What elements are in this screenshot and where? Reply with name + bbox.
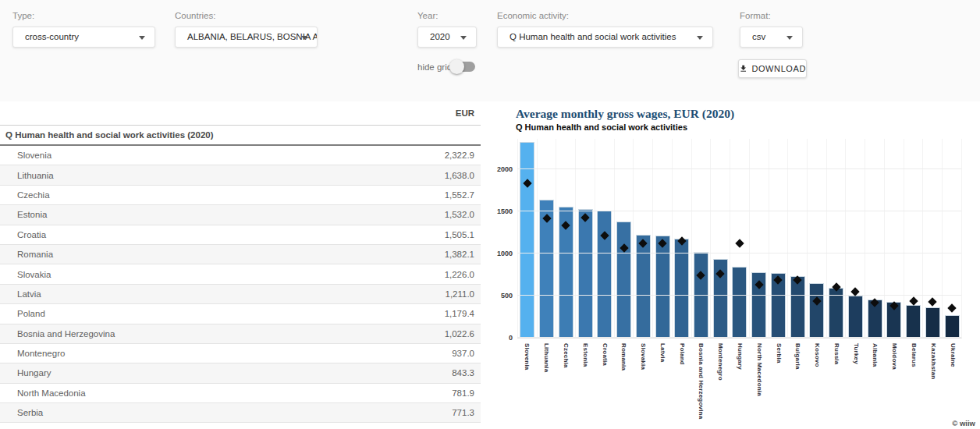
x-axis-label: North Macedonia: [756, 343, 762, 396]
row-country: Bosnia and Herzegovina: [0, 329, 445, 339]
row-country: Romania: [0, 250, 445, 259]
chart-bar-bulgaria[interactable]: [790, 276, 805, 338]
x-axis-label-slot: Estonia: [575, 340, 595, 426]
row-value: 1,226.0: [445, 270, 481, 279]
x-axis-label: Croatia: [602, 343, 608, 366]
x-axis-label-slot: Kazakhstan: [923, 340, 943, 426]
x-axis-label-slot: Romania: [614, 340, 634, 426]
x-axis-label: Ukraine: [950, 343, 956, 367]
chart-bar-estonia[interactable]: [578, 209, 593, 339]
marker-diamond-hungary[interactable]: [735, 239, 744, 247]
y-axis-tick-label: 0: [488, 334, 513, 342]
credit-text: © wiiw: [952, 419, 975, 427]
row-value: 1,505.1: [445, 230, 481, 239]
x-axis-label-slot: Albania: [865, 340, 885, 426]
table-row: North Macedonia781.9: [0, 384, 481, 403]
chevron-down-icon: [697, 36, 703, 40]
wages-table: EUR Q Human health and social work activ…: [0, 101, 481, 429]
chart-bar-slovakia[interactable]: [636, 235, 651, 338]
x-axis-label: Kazakhstan: [930, 343, 936, 379]
x-axis-label: Latvia: [659, 343, 666, 362]
x-axis-label-slot: Hungary: [730, 340, 750, 426]
year-select[interactable]: 2020: [417, 27, 477, 48]
y-axis-tick-label: 2000: [488, 165, 513, 173]
table-row: Romania1,382.1: [0, 245, 481, 264]
type-select[interactable]: cross-country: [12, 27, 155, 48]
marker-diamond-kazakhstan[interactable]: [929, 297, 937, 306]
x-axis-label-slot: North Macedonia: [749, 340, 769, 426]
y-axis-tick-label: 500: [488, 292, 513, 300]
countries-select[interactable]: ALBANIA, BELARUS, BOSNIA AND: [175, 27, 318, 48]
table-row: Serbia771.3: [0, 403, 481, 423]
toolbar: Type: cross-country Countries: ALBANIA, …: [0, 0, 980, 101]
table-row: Slovenia2,322.9: [0, 146, 481, 165]
x-axis-label: Serbia: [776, 343, 782, 363]
x-axis-label-slot: Slovenia: [517, 340, 537, 426]
table-rows: Slovenia2,322.9Lithuania1,638.0Czechia1,…: [0, 146, 481, 423]
countries-select-value: ALBANIA, BELARUS, BOSNIA AND: [187, 32, 318, 41]
x-axis-label-slot: Poland: [672, 340, 691, 426]
marker-diamond-belarus[interactable]: [909, 296, 918, 305]
row-country: Hungary: [0, 368, 452, 378]
chart-bar-turkey[interactable]: [848, 296, 863, 338]
chart-bar-latvia[interactable]: [655, 236, 670, 338]
table-row: Latvia1,211.0: [0, 285, 481, 304]
x-axis-label: Czechia: [563, 343, 569, 368]
x-axis-label: Poland: [679, 343, 685, 365]
format-select[interactable]: csv: [740, 27, 803, 48]
x-axis-label: Slovakia: [640, 343, 646, 370]
y-axis-tick-label: 1500: [488, 207, 513, 215]
chevron-down-icon: [301, 36, 307, 40]
gridline-horizontal: [517, 211, 961, 211]
chart-bar-kosovo[interactable]: [809, 283, 824, 338]
marker-diamond-ukraine[interactable]: [947, 303, 956, 312]
x-axis-label: Belarus: [911, 343, 917, 367]
hide-grid-label: hide grid: [417, 62, 452, 72]
chart-bar-slovenia[interactable]: [520, 142, 534, 338]
x-axis-label: Turkey: [853, 343, 859, 364]
chart-title: Average monthly gross wages, EUR (2020): [516, 107, 734, 121]
x-axis-label-slot: Bosnia and Herzegovina: [691, 340, 711, 426]
activity-select[interactable]: Q Human health and social work activitie…: [497, 27, 713, 48]
gridline-horizontal: [517, 253, 961, 254]
download-icon: [739, 64, 747, 73]
chevron-down-icon: [460, 36, 467, 40]
table-row: Hungary843.3: [0, 363, 481, 383]
download-button[interactable]: DOWNLOAD: [738, 59, 807, 78]
format-select-value: csv: [752, 32, 765, 41]
plot-area: 0500100015002000: [517, 139, 962, 339]
year-label: Year:: [417, 11, 438, 20]
x-axis-labels: SloveniaLithuaniaCzechiaEstoniaCroatiaRo…: [517, 340, 962, 426]
chevron-down-icon: [139, 36, 145, 40]
row-country: Montenegro: [0, 349, 452, 358]
row-country: North Macedonia: [0, 388, 452, 398]
row-value: 2,322.9: [445, 151, 481, 160]
activity-label: Economic activity:: [497, 11, 569, 20]
chart-bar-ukraine[interactable]: [945, 315, 960, 338]
x-axis-label-slot: Kosovo: [808, 340, 827, 426]
x-axis-label-slot: Moldova: [885, 340, 904, 426]
x-axis-label: Bulgaria: [794, 343, 801, 370]
y-axis-tick-label: 1000: [488, 250, 513, 257]
table-row: Czechia1,552.7: [0, 186, 481, 205]
chart-bar-hungary[interactable]: [732, 267, 747, 338]
chart-bar-croatia[interactable]: [597, 211, 612, 338]
chart-bar-romania[interactable]: [616, 222, 631, 338]
x-axis-label-slot: Ukraine: [943, 340, 962, 426]
x-axis-label-slot: Latvia: [652, 340, 672, 426]
row-value: 1,022.6: [445, 329, 481, 339]
chart-bar-kazakhstan[interactable]: [925, 307, 940, 338]
type-select-value: cross-country: [25, 32, 79, 41]
x-axis-label-slot: Serbia: [769, 340, 788, 426]
table-row: Montenegro937.0: [0, 344, 481, 363]
format-label: Format:: [740, 11, 771, 20]
hide-grid-toggle[interactable]: [449, 59, 476, 74]
chevron-down-icon: [786, 36, 793, 40]
row-value: 937.0: [452, 349, 481, 358]
table-row: Poland1,179.4: [0, 304, 481, 324]
x-axis-label-slot: Turkey: [846, 340, 865, 426]
row-value: 771.3: [452, 408, 481, 417]
gridline-horizontal: [517, 168, 961, 169]
chart-bar-belarus[interactable]: [906, 305, 921, 338]
download-button-label: DOWNLOAD: [751, 64, 806, 73]
